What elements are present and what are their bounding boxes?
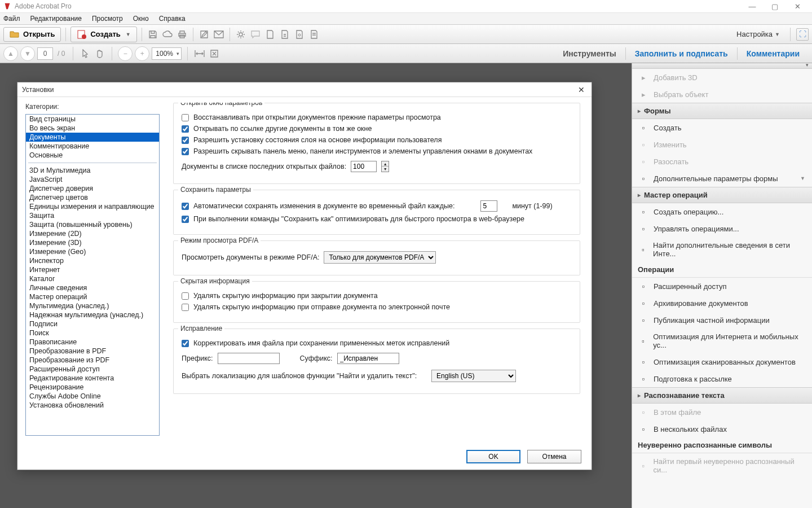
category-item[interactable]: Инспектор <box>26 256 159 265</box>
panel-item[interactable]: ▫Публикация частной информации <box>632 312 812 329</box>
save-icon[interactable] <box>147 28 159 41</box>
cancel-button[interactable]: Отмена <box>527 450 581 463</box>
category-item[interactable]: Расширенный доступ <box>26 365 159 374</box>
panel-header-strip[interactable] <box>632 63 812 69</box>
page-up-button[interactable]: ▲ <box>3 46 18 61</box>
gear-icon[interactable] <box>235 28 247 41</box>
chk-hidden-email[interactable] <box>182 304 189 311</box>
recent-input[interactable] <box>351 161 377 172</box>
create-button[interactable]: Создать ▼ <box>70 27 136 42</box>
category-item[interactable]: Преобразование из PDF <box>26 356 159 365</box>
minimize-button[interactable]: — <box>741 2 764 11</box>
category-item[interactable]: Измерение (Geo) <box>26 247 159 256</box>
category-item[interactable]: Комментирование <box>26 142 159 151</box>
dialog-close-button[interactable]: ✕ <box>576 85 587 94</box>
doc4-icon[interactable] <box>308 28 320 41</box>
category-item[interactable]: Службы Adobe Online <box>26 392 159 401</box>
autosave-input[interactable] <box>480 200 497 212</box>
category-item[interactable]: Во весь экран <box>26 124 159 133</box>
tools-link[interactable]: Инструменты <box>554 44 625 63</box>
panel-item[interactable]: ▫Оптимизация для Интернета и мобильных у… <box>632 329 812 353</box>
recent-spinner[interactable]: ▲▼ <box>381 161 389 172</box>
doc1-icon[interactable] <box>264 28 276 41</box>
category-item[interactable]: Защита (повышенный уровень) <box>26 220 159 229</box>
category-item[interactable]: Единицы измерения и направляющие <box>26 202 159 211</box>
category-item[interactable]: 3D и Мультимедиа <box>26 166 159 175</box>
panel-item[interactable]: ▫Оптимизация сканированных документов <box>632 353 812 370</box>
print-icon[interactable] <box>176 28 188 41</box>
panel-item[interactable]: ▫В нескольких файлах <box>632 421 812 437</box>
category-item[interactable]: Личные сведения <box>26 283 159 292</box>
panel-group-header[interactable]: ▸Формы <box>632 103 812 119</box>
category-item[interactable]: Вид страницы <box>26 115 159 124</box>
category-item[interactable]: Установка обновлений <box>26 401 159 410</box>
category-item[interactable]: Диспетчер цветов <box>26 193 159 202</box>
category-item[interactable]: Мультимедиа (унаслед.) <box>26 301 159 310</box>
category-item[interactable]: Редактирование контента <box>26 374 159 383</box>
panel-item[interactable]: ▫Подготовка к рассылке <box>632 370 812 387</box>
comments-link[interactable]: Комментарии <box>738 44 809 63</box>
ok-button[interactable]: OK <box>466 450 520 463</box>
category-item[interactable]: Измерение (2D) <box>26 229 159 238</box>
panel-group-header[interactable]: ▸Распознавание текста <box>632 387 812 404</box>
select-tool-icon[interactable] <box>79 47 91 60</box>
category-item[interactable]: Правописание <box>26 338 159 347</box>
fullscreen-icon[interactable]: ⛶ <box>796 28 809 41</box>
zoom-select[interactable]: 100% <box>152 47 182 60</box>
customize-button[interactable]: Настройка ▼ <box>732 28 784 41</box>
cloud-icon[interactable] <box>161 28 174 41</box>
category-item[interactable]: JavaScript <box>26 175 159 184</box>
panel-group-header[interactable]: ▸Мастер операций <box>632 187 812 203</box>
category-item[interactable]: Основные <box>26 151 159 160</box>
chk-restore[interactable] <box>182 114 189 121</box>
panel-item[interactable]: ▫Найти дополнительные сведения в сети Ин… <box>632 237 812 262</box>
suffix-input[interactable] <box>337 353 399 364</box>
panel-item[interactable]: ▫Дополнительные параметры формы▼ <box>632 170 812 187</box>
mail-icon[interactable] <box>213 28 225 41</box>
menu-edit[interactable]: Редактирование <box>30 15 82 23</box>
fit-page-icon[interactable] <box>208 47 220 60</box>
chk-fixname[interactable] <box>182 340 189 347</box>
chk-layer-state[interactable] <box>182 137 189 144</box>
edit-icon[interactable] <box>198 28 210 41</box>
page-current-input[interactable]: 0 <box>37 47 53 60</box>
fill-sign-link[interactable]: Заполнить и подписать <box>626 44 737 63</box>
panel-item[interactable]: ▫Создать операцию... <box>632 203 812 220</box>
category-item[interactable]: Надежная мультимедиа (унаслед.) <box>26 310 159 319</box>
chk-hide-panels[interactable] <box>182 148 189 155</box>
panel-item[interactable]: ▫Создать <box>632 119 812 136</box>
open-button[interactable]: Открыть <box>3 27 61 42</box>
comment-icon[interactable] <box>249 28 262 41</box>
categories-list[interactable]: Вид страницыВо весь экранДокументыКоммен… <box>25 114 160 436</box>
maximize-button[interactable]: ▢ <box>764 2 786 11</box>
chk-hidden-close[interactable] <box>182 292 189 300</box>
panel-item[interactable]: ▫Управлять операциями... <box>632 220 812 237</box>
zoom-in-button[interactable]: + <box>135 46 149 61</box>
menu-help[interactable]: Справка <box>159 15 186 23</box>
page-down-button[interactable]: ▼ <box>20 46 35 61</box>
category-item[interactable]: Поиск <box>26 329 159 338</box>
category-item[interactable]: Преобразование в PDF <box>26 347 159 356</box>
pdfa-select[interactable]: Только для документов PDF/A <box>324 251 436 264</box>
category-item[interactable]: Измерение (3D) <box>26 238 159 247</box>
doc2-icon[interactable] <box>279 28 291 41</box>
category-item[interactable]: Документы <box>26 133 159 142</box>
category-item[interactable]: Защита <box>26 211 159 220</box>
panel-item[interactable]: ▫Архивирование документов <box>632 295 812 312</box>
menu-view[interactable]: Просмотр <box>92 15 123 23</box>
category-item[interactable]: Интернет <box>26 265 159 274</box>
category-item[interactable]: Подписи <box>26 319 159 329</box>
doc3-icon[interactable] <box>293 28 306 41</box>
category-item[interactable]: Диспетчер доверия <box>26 184 159 193</box>
prefix-input[interactable] <box>218 353 280 364</box>
close-button[interactable]: ✕ <box>786 2 809 11</box>
category-item[interactable]: Каталог <box>26 274 159 283</box>
fit-width-icon[interactable] <box>193 47 206 60</box>
category-item[interactable]: Рецензирование <box>26 383 159 392</box>
locale-select[interactable]: English (US) <box>431 370 516 382</box>
chk-same-window[interactable] <box>182 125 189 133</box>
chk-optimize[interactable] <box>182 216 189 223</box>
zoom-out-button[interactable]: − <box>118 46 133 61</box>
hand-tool-icon[interactable] <box>94 47 106 60</box>
chk-autosave[interactable] <box>182 203 189 210</box>
